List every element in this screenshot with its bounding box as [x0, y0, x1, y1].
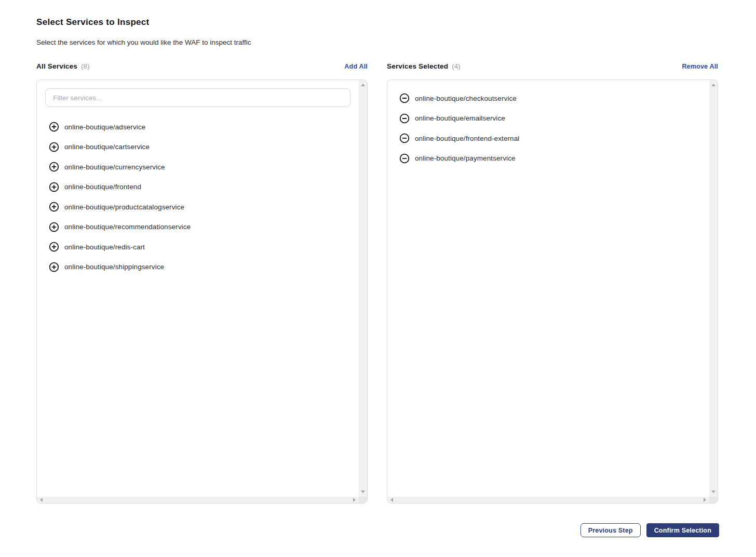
confirm-selection-button[interactable]: Confirm Selection: [646, 523, 719, 537]
service-row[interactable]: online-boutique/productcatalogservice: [37, 197, 359, 217]
services-selected-list: online-boutique/checkoutservice online-b…: [387, 88, 709, 168]
service-row[interactable]: online-boutique/paymentservice: [387, 149, 709, 169]
service-name: online-boutique/frontend-external: [415, 135, 519, 142]
plus-circle-icon[interactable]: [49, 202, 59, 212]
scroll-left-icon[interactable]: [40, 498, 43, 502]
service-name: online-boutique/checkoutservice: [415, 95, 517, 102]
services-selected-label: Services Selected: [387, 62, 448, 70]
remove-all-link[interactable]: Remove All: [682, 63, 718, 70]
services-selected-header: Services Selected (4) Remove All: [387, 62, 718, 73]
plus-circle-icon[interactable]: [49, 122, 59, 132]
service-name: online-boutique/currencyservice: [64, 163, 165, 171]
minus-circle-icon[interactable]: [399, 93, 410, 103]
all-services-column: All Services (8) Add All online-boutique…: [36, 62, 368, 503]
service-row[interactable]: online-boutique/recommendationservice: [37, 217, 359, 237]
service-row[interactable]: online-boutique/checkoutservice: [387, 88, 709, 109]
scrollbar-corner: [359, 497, 367, 503]
all-services-panel: online-boutique/adservice online-boutiqu…: [36, 79, 368, 503]
previous-step-button[interactable]: Previous Step: [580, 523, 641, 537]
all-services-count: (8): [81, 62, 90, 70]
plus-circle-icon[interactable]: [49, 242, 59, 252]
service-row[interactable]: online-boutique/adservice: [37, 117, 359, 137]
service-name: online-boutique/frontend: [64, 183, 141, 191]
scroll-right-icon[interactable]: [704, 498, 706, 502]
service-name: online-boutique/adservice: [64, 123, 145, 131]
service-row[interactable]: online-boutique/currencyservice: [37, 157, 359, 177]
plus-circle-icon[interactable]: [49, 162, 59, 172]
service-row[interactable]: online-boutique/emailservice: [387, 109, 709, 129]
scroll-up-icon[interactable]: [361, 84, 365, 86]
services-selected-panel: online-boutique/checkoutservice online-b…: [387, 79, 718, 503]
service-name: online-boutique/productcatalogservice: [64, 203, 184, 211]
service-row[interactable]: online-boutique/cartservice: [37, 137, 359, 157]
horizontal-scrollbar[interactable]: [387, 497, 709, 503]
plus-circle-icon[interactable]: [49, 222, 59, 232]
scrollbar-corner: [709, 497, 718, 503]
scroll-up-icon[interactable]: [711, 84, 716, 86]
services-selected-title-group: Services Selected (4): [387, 62, 461, 70]
plus-circle-icon[interactable]: [49, 142, 59, 152]
all-services-title-group: All Services (8): [36, 62, 89, 70]
services-selected-panel-content: online-boutique/checkoutservice online-b…: [387, 80, 709, 497]
service-row[interactable]: online-boutique/shippingservice: [37, 257, 359, 277]
scroll-right-icon[interactable]: [353, 498, 356, 502]
filter-wrap: [37, 80, 359, 107]
vertical-scrollbar[interactable]: [359, 80, 367, 497]
scroll-left-icon[interactable]: [390, 498, 393, 502]
all-services-header: All Services (8) Add All: [36, 62, 368, 73]
service-name: online-boutique/cartservice: [64, 143, 150, 151]
service-name: online-boutique/emailservice: [415, 114, 505, 122]
filter-services-input[interactable]: [45, 88, 350, 107]
service-row[interactable]: online-boutique/redis-cart: [37, 237, 359, 257]
plus-circle-icon[interactable]: [49, 182, 59, 192]
service-name: online-boutique/paymentservice: [415, 154, 516, 162]
service-row[interactable]: online-boutique/frontend: [37, 177, 359, 197]
page-subtitle: Select the services for which you would …: [36, 38, 719, 46]
services-selected-column: Services Selected (4) Remove All online-…: [387, 62, 718, 503]
service-row[interactable]: online-boutique/frontend-external: [387, 128, 709, 149]
services-selected-count: (4): [452, 62, 461, 70]
minus-circle-icon[interactable]: [399, 113, 410, 124]
service-name: online-boutique/shippingservice: [64, 263, 164, 271]
scroll-down-icon[interactable]: [361, 490, 365, 493]
page-title: Select Services to Inspect: [36, 17, 719, 28]
all-services-label: All Services: [36, 62, 77, 70]
all-services-panel-content: online-boutique/adservice online-boutiqu…: [37, 80, 359, 497]
select-services-page: Select Services to Inspect Select the se…: [0, 0, 756, 557]
vertical-scrollbar[interactable]: [709, 80, 718, 497]
service-name: online-boutique/recommendationservice: [64, 223, 191, 231]
plus-circle-icon[interactable]: [49, 262, 59, 272]
minus-circle-icon[interactable]: [399, 133, 410, 143]
dual-list-columns: All Services (8) Add All online-boutique…: [36, 62, 719, 503]
wizard-footer: Previous Step Confirm Selection: [36, 523, 719, 537]
minus-circle-icon[interactable]: [399, 153, 410, 164]
all-services-list: online-boutique/adservice online-boutiqu…: [37, 117, 359, 277]
horizontal-scrollbar[interactable]: [37, 497, 359, 503]
add-all-link[interactable]: Add All: [344, 63, 368, 70]
service-name: online-boutique/redis-cart: [64, 243, 145, 251]
scroll-down-icon[interactable]: [711, 490, 716, 493]
